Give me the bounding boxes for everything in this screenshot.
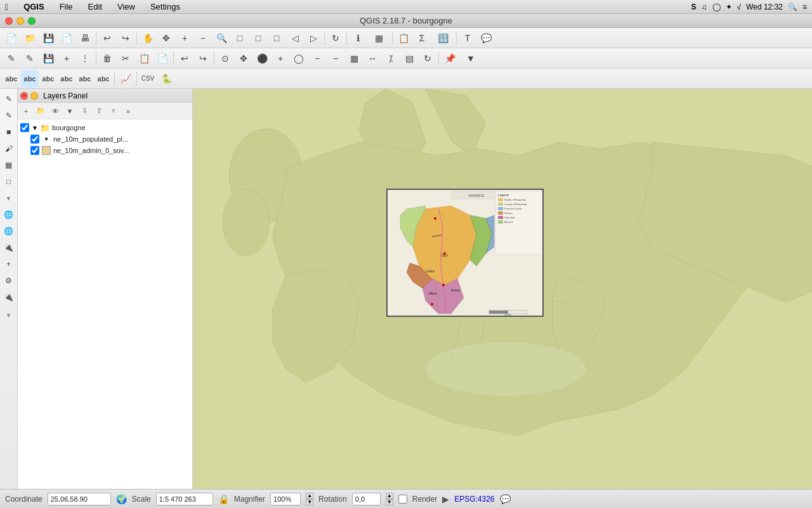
add-feature-button[interactable]: +: [58, 50, 75, 67]
expand-all-button[interactable]: ⇩: [77, 104, 91, 118]
cut-features-button[interactable]: ✂: [117, 50, 134, 67]
show-hide-labels-button[interactable]: abc: [39, 70, 57, 88]
expand2-lt-button[interactable]: ▼: [1, 307, 16, 323]
magnifier-input[interactable]: [270, 493, 301, 505]
scale-input[interactable]: [156, 493, 213, 505]
plugin2-lt-button[interactable]: 🔌: [1, 290, 16, 305]
expand-lt-button[interactable]: ▼: [1, 190, 16, 206]
remove-layer-button[interactable]: ▿: [107, 104, 121, 118]
snap-options-button[interactable]: ▼: [459, 50, 482, 67]
diagram-button[interactable]: 📈: [117, 70, 134, 88]
rotation-down[interactable]: ▼: [386, 499, 393, 505]
menu-icon-list[interactable]: ≡: [802, 3, 807, 11]
layer-checkbox-admin[interactable]: [30, 146, 39, 155]
reshape-button[interactable]: ▦: [345, 50, 363, 67]
split-button[interactable]: ⁒: [382, 50, 400, 67]
delete-part-button[interactable]: −: [327, 50, 344, 67]
paint-lt-button[interactable]: 🖌: [1, 141, 16, 156]
qgis-menu[interactable]: QGIS: [21, 2, 47, 11]
copy-features-button[interactable]: 📋: [135, 50, 153, 67]
magnifier-spinner[interactable]: ▲ ▼: [306, 493, 313, 505]
zoom-out-button[interactable]: −: [194, 29, 212, 47]
label-button[interactable]: T: [459, 29, 476, 47]
field-calc-button[interactable]: 🔢: [431, 29, 454, 47]
message-log-button[interactable]: 💬: [477, 29, 495, 47]
settings-menu[interactable]: Settings: [148, 2, 183, 11]
pin-labels-button[interactable]: abc: [21, 70, 39, 88]
save-project-button[interactable]: 💾: [39, 29, 57, 47]
digitize-lt-button[interactable]: ✎: [1, 91, 16, 107]
manage-layers-button[interactable]: 👁: [48, 104, 62, 118]
label-tool-button[interactable]: abc: [3, 70, 20, 88]
redo-edits-button[interactable]: ↪: [194, 50, 212, 67]
paste-features-button[interactable]: 📄: [154, 50, 171, 67]
globe-lt-button[interactable]: 🌐: [1, 207, 16, 222]
change-label-button[interactable]: abc: [95, 70, 112, 88]
delete-selected-button[interactable]: 🗑: [98, 50, 116, 67]
zoom-layer-button[interactable]: □: [249, 29, 267, 47]
search-icon[interactable]: 🔍: [788, 3, 797, 11]
move-feature-button[interactable]: ✥: [235, 50, 252, 67]
render-checkbox[interactable]: [398, 495, 407, 504]
snapping-button[interactable]: 📌: [441, 50, 459, 67]
settings-lt-button[interactable]: ⚙: [1, 273, 16, 288]
attribute-table-button[interactable]: 📋: [395, 29, 412, 47]
edit-menu[interactable]: Edit: [86, 2, 105, 11]
undo-edits-button[interactable]: ↩: [176, 50, 193, 67]
open-project-button[interactable]: 📁: [21, 29, 39, 47]
move-label-button[interactable]: abc: [58, 70, 75, 88]
refresh-button[interactable]: ↻: [327, 29, 344, 47]
rotation-input[interactable]: [352, 493, 381, 505]
zoom-in-button[interactable]: +: [176, 29, 193, 47]
zoom-last-button[interactable]: ◁: [286, 29, 304, 47]
collapse-all-button[interactable]: ⇧: [92, 104, 106, 118]
delete-ring-button[interactable]: −: [308, 50, 326, 67]
plugin-lt-button[interactable]: 🔌: [1, 240, 16, 255]
add-layer-button[interactable]: +: [19, 104, 33, 118]
zoom-next-button[interactable]: ▷: [304, 29, 322, 47]
node-tool-button[interactable]: ⊙: [216, 50, 234, 67]
apple-menu[interactable]: : [5, 2, 8, 12]
add-lt-button[interactable]: +: [1, 257, 16, 272]
merge-button[interactable]: ▤: [400, 50, 418, 67]
file-menu[interactable]: File: [57, 2, 75, 11]
offset-button[interactable]: ↔: [363, 50, 381, 67]
layer-item-admin[interactable]: ne_10m_admin_0_sov...: [18, 145, 192, 156]
lock-icon[interactable]: 🔒: [218, 494, 229, 504]
layer-checkbox-bourgogne[interactable]: [20, 123, 29, 132]
pan-button[interactable]: ✋: [139, 29, 157, 47]
ring-button[interactable]: ⚫: [253, 50, 271, 67]
layer-item-populated[interactable]: • ne_10m_populated_pl...: [18, 133, 192, 145]
redo-button[interactable]: ↪: [117, 29, 134, 47]
crs-label[interactable]: EPSG:4326: [454, 495, 494, 504]
rotate-button[interactable]: ↻: [419, 50, 436, 67]
globe2-lt-button[interactable]: 🌐: [1, 224, 16, 239]
python-button[interactable]: 🐍: [157, 70, 175, 88]
select-lt-button[interactable]: ▦: [1, 157, 16, 173]
more-layers-button[interactable]: »: [121, 104, 135, 118]
edit-lt-button[interactable]: ✎: [1, 108, 16, 123]
layer-checkbox-populated[interactable]: [30, 135, 39, 144]
digitize-options-button[interactable]: ⋮: [76, 50, 94, 67]
filter-layers-button[interactable]: ▼: [63, 104, 77, 118]
statistics-button[interactable]: Σ: [413, 29, 431, 47]
magnifier-down[interactable]: ▼: [306, 499, 313, 505]
add-group-button[interactable]: 📁: [34, 104, 48, 118]
rotate-label-button[interactable]: abc: [76, 70, 94, 88]
coordinate-input[interactable]: [48, 493, 111, 505]
layer-item-bourgogne[interactable]: ▼ 📁 bourgogne: [18, 122, 192, 133]
zoom-rubber-button[interactable]: 🔍: [213, 29, 230, 47]
draw-lt-button[interactable]: ■: [1, 124, 16, 140]
print-button[interactable]: 🖶: [76, 29, 94, 47]
rotation-spinner[interactable]: ▲ ▼: [386, 493, 393, 505]
fill-ring-button[interactable]: ◯: [290, 50, 308, 67]
zoom-full-button[interactable]: □: [231, 29, 249, 47]
close-button[interactable]: [5, 17, 13, 25]
maximize-button[interactable]: [28, 17, 36, 25]
save-edits-button[interactable]: 💾: [39, 50, 57, 67]
map-canvas[interactable]: FRANCE Legend Duchy of Burgundy County o…: [193, 89, 812, 489]
rotation-up[interactable]: ▲: [386, 493, 393, 499]
csv-button[interactable]: CSV: [139, 70, 157, 88]
new-project-button[interactable]: 📄: [3, 29, 20, 47]
zoom-selection-button[interactable]: □: [268, 29, 285, 47]
